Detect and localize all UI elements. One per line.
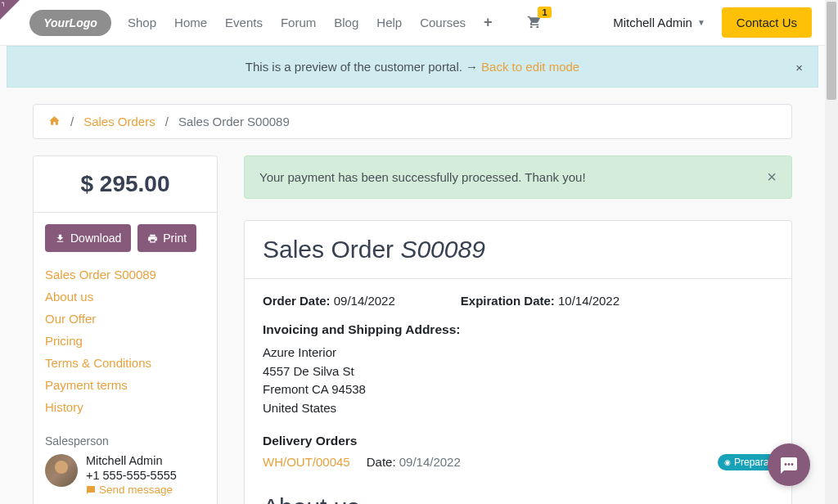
alert-close-icon[interactable]: × (767, 168, 777, 187)
send-message-label: Send message (99, 484, 173, 496)
cart-count-badge: 1 (538, 7, 551, 18)
back-to-edit-link[interactable]: Back to edit mode (481, 60, 579, 74)
print-button[interactable]: Print (137, 224, 196, 252)
address-country: United States (263, 399, 773, 418)
nav-blog[interactable]: Blog (334, 16, 358, 29)
nav-help[interactable]: Help (376, 16, 402, 29)
download-icon (55, 233, 65, 244)
anchor-link[interactable]: Our Offer (45, 308, 205, 330)
salesperson-label: Salesperson (45, 434, 205, 448)
breadcrumb-sep: / (165, 115, 169, 128)
delivery-date-value: 09/14/2022 (399, 455, 461, 469)
print-label: Print (163, 232, 187, 245)
expiration-label: Expiration Date: (461, 294, 555, 308)
nav-home[interactable]: Home (174, 16, 207, 29)
breadcrumb-sep: / (70, 115, 74, 128)
nav-shop[interactable]: Shop (128, 16, 156, 29)
top-navbar: YourLogo Shop Home Events Forum Blog Hel… (0, 0, 825, 46)
address-name: Azure Interior (263, 344, 773, 362)
avatar (45, 454, 78, 487)
expiration-value: 10/14/2022 (558, 294, 619, 308)
about-us-heading: About us (263, 493, 773, 504)
order-date-label: Order Date: (263, 294, 331, 308)
chat-dots-icon (779, 456, 799, 474)
salesperson-section: Salesperson Mitchell Admin +1 555-555-55… (34, 426, 217, 504)
order-total: $ 295.00 (48, 171, 202, 197)
salesperson-phone: +1 555-555-5555 (86, 469, 177, 482)
main-column: Your payment has been successfully proce… (244, 155, 792, 504)
download-button[interactable]: Download (45, 224, 131, 252)
breadcrumb-sales-orders[interactable]: Sales Orders (83, 115, 155, 128)
address-label: Invoicing and Shipping Address: (263, 322, 773, 337)
sidebar: $ 295.00 Download Print Sales Order S000… (33, 155, 218, 504)
anchor-link[interactable]: Terms & Conditions (45, 352, 205, 374)
anchor-link[interactable]: About us (45, 286, 205, 308)
order-body: Order Date: 09/14/2022 Expiration Date: … (245, 279, 791, 504)
order-date-value: 09/14/2022 (334, 294, 395, 308)
arrow-right-icon: → (466, 60, 478, 74)
shipping-address: Azure Interior 4557 De Silva St Fremont … (263, 344, 773, 417)
user-menu[interactable]: Mitchell Admin ▼ (613, 16, 705, 29)
two-column-layout: $ 295.00 Download Print Sales Order S000… (33, 155, 792, 504)
delivery-orders-label: Delivery Orders (263, 434, 773, 448)
chat-icon (86, 485, 96, 494)
nav-courses[interactable]: Courses (420, 16, 466, 29)
success-alert: Your payment has been successfully proce… (244, 155, 792, 199)
preview-close-icon[interactable]: × (795, 60, 803, 74)
salesperson-info: Mitchell Admin +1 555-555-5555 Send mess… (86, 454, 177, 497)
delivery-ref-link[interactable]: WH/OUT/00045 (263, 455, 350, 469)
nav-right: Mitchell Admin ▼ Contact Us (613, 7, 812, 38)
scrollbar-thumb[interactable] (827, 2, 836, 100)
order-title: Sales Order S00089 (263, 236, 773, 263)
order-title-ref: S00089 (400, 236, 484, 263)
salesperson-name: Mitchell Admin (86, 454, 177, 467)
vertical-scrollbar[interactable] (825, 0, 838, 504)
user-name: Mitchell Admin (613, 16, 692, 29)
delivery-date: Date: 09/14/2022 (367, 455, 461, 469)
expiration-date: Expiration Date: 10/14/2022 (461, 294, 619, 308)
address-city: Fremont CA 94538 (263, 380, 773, 399)
edit-corner-badge[interactable] (0, 0, 20, 20)
nav-forum[interactable]: Forum (281, 16, 316, 29)
print-icon (147, 233, 158, 244)
preview-text: This is a preview of the customer portal… (246, 60, 579, 74)
order-meta-row: Order Date: 09/14/2022 Expiration Date: … (263, 294, 773, 308)
anchor-link[interactable]: Sales Order S00089 (45, 263, 205, 286)
order-title-prefix: Sales Order (263, 236, 400, 263)
content-area: / Sales Orders / Sales Order S00089 $ 29… (0, 88, 825, 504)
address-street: 4557 De Silva St (263, 362, 773, 381)
add-page-icon[interactable]: + (484, 14, 493, 31)
delivery-date-label: Date: (367, 455, 396, 469)
order-date: Order Date: 09/14/2022 (263, 294, 395, 308)
delivery-row: WH/OUT/00045 Date: 09/14/2022 Preparatio… (263, 455, 773, 469)
anchor-link[interactable]: Payment terms (45, 374, 205, 396)
nav-links: Shop Home Events Forum Blog Help Courses… (128, 14, 613, 31)
preview-text-content: This is a preview of the customer portal… (246, 60, 466, 74)
contact-us-button[interactable]: Contact Us (722, 7, 812, 38)
cart-button[interactable]: 1 (527, 15, 542, 31)
action-buttons: Download Print (34, 213, 217, 263)
success-message: Your payment has been successfully proce… (259, 170, 586, 184)
breadcrumb: / Sales Orders / Sales Order S00089 (33, 104, 792, 139)
price-box: $ 295.00 (34, 156, 217, 213)
anchor-link[interactable]: History (45, 396, 205, 418)
nav-events[interactable]: Events (225, 16, 263, 29)
caret-down-icon: ▼ (697, 18, 705, 27)
salesperson-row: Mitchell Admin +1 555-555-5555 Send mess… (45, 454, 205, 497)
chat-bubble-button[interactable] (768, 443, 810, 486)
send-message-link[interactable]: Send message (86, 484, 177, 496)
order-card: Sales Order S00089 Order Date: 09/14/202… (244, 220, 792, 504)
site-logo[interactable]: YourLogo (29, 10, 111, 36)
preview-banner: This is a preview of the customer portal… (7, 46, 818, 88)
home-icon[interactable] (48, 115, 61, 128)
order-header: Sales Order S00089 (245, 221, 791, 279)
anchor-link[interactable]: Pricing (45, 330, 205, 352)
download-label: Download (70, 232, 121, 245)
breadcrumb-current: Sales Order S00089 (178, 115, 290, 128)
anchor-links: Sales Order S00089 About us Our Offer Pr… (34, 263, 217, 426)
